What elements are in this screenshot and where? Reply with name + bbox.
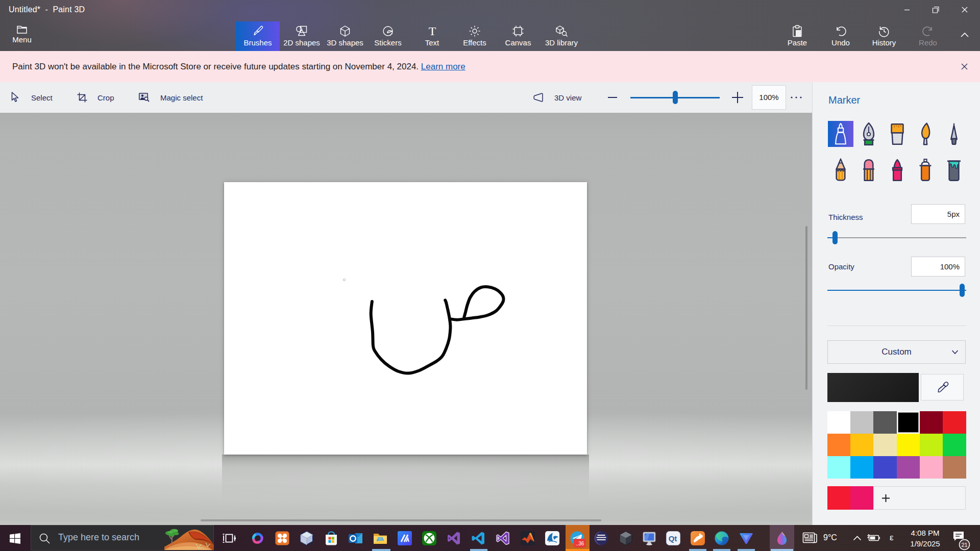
svg-text:..36: ..36 xyxy=(576,541,584,546)
svg-text:T: T xyxy=(428,24,436,38)
svg-text:Qt: Qt xyxy=(669,534,677,543)
svg-text:21: 21 xyxy=(961,542,967,548)
